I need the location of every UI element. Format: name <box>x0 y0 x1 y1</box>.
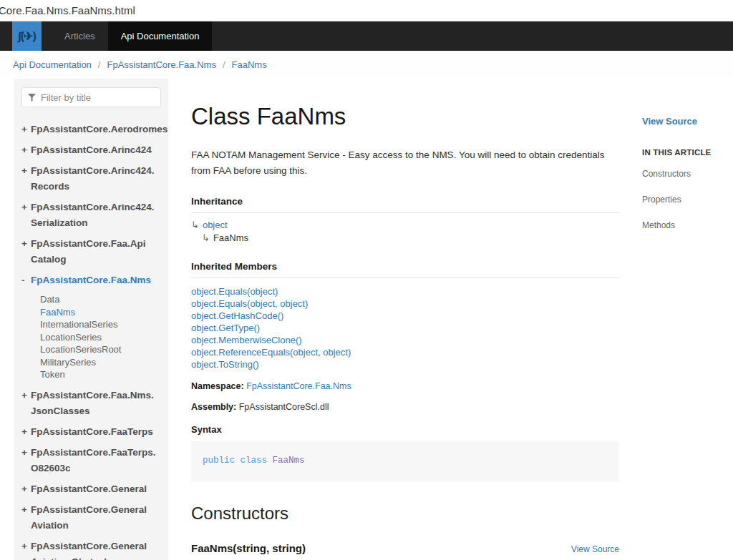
breadcrumb-link[interactable]: FaaNms <box>232 59 267 70</box>
in-this-article-links: ConstructorsPropertiesMethods <box>642 166 733 233</box>
page-layout: +FpAssistantCore.Aerodromes+FpAssistantC… <box>0 79 733 560</box>
nav-item-articles[interactable]: Articles <box>52 21 108 51</box>
inherited-member-link[interactable]: object.ToString() <box>191 358 619 370</box>
tree-child-item[interactable]: LocationSeriesRoot <box>40 343 161 356</box>
funnel-icon <box>28 94 36 102</box>
tree-item[interactable]: +FpAssistantCore.FaaTerps. O82603c <box>21 445 161 476</box>
tree-child-item[interactable]: LocationSeries <box>40 331 161 344</box>
view-source-link[interactable]: View Source <box>642 116 733 127</box>
code-token: FaaNms <box>273 456 305 466</box>
in-this-article-heading: IN THIS ARTICLE <box>642 148 733 157</box>
tree-item[interactable]: +FpAssistantCore.General Aviation.Obstac… <box>21 539 161 560</box>
window-title: Core.Faa.Nms.FaaNms.html <box>0 4 135 16</box>
namespace-line: Namespace: FpAssistantCore.Faa.Nms <box>191 381 619 391</box>
tree-item[interactable]: -FpAssistantCore.Faa.Nms <box>21 272 161 288</box>
filter-input[interactable] <box>41 92 155 103</box>
affix-rail: View Source IN THIS ARTICLE Constructors… <box>642 79 733 560</box>
inheritance-current-class: FaaNms <box>213 232 248 243</box>
tree-item[interactable]: +FpAssistantCore.Aerodromes <box>21 122 161 137</box>
tree-toggle-icon[interactable]: + <box>21 388 31 419</box>
tree-item-label: FpAssistantCore.Arinc424 <box>31 142 161 158</box>
sidebar: +FpAssistantCore.Aerodromes+FpAssistantC… <box>14 79 168 560</box>
assembly-label: Assembly: <box>191 402 236 412</box>
breadcrumb-link[interactable]: FpAssistantCore.Faa.Nms <box>107 59 215 70</box>
tree-toggle-icon[interactable]: + <box>21 502 31 534</box>
filter-box <box>21 87 161 107</box>
namespace-label: Namespace: <box>191 381 244 391</box>
breadcrumb-separator: / <box>98 59 101 70</box>
tree-item-label: FpAssistantCore.Faa.Nms. JsonClasses <box>31 388 161 419</box>
class-description: FAA NOTAM Management Service - Easy acce… <box>191 147 619 178</box>
tree-child-item[interactable]: Data <box>40 293 161 306</box>
tree-item-label: FpAssistantCore.Faa.Api Catalog <box>31 236 161 267</box>
tree-toggle-icon[interactable]: + <box>21 122 31 137</box>
tree-item[interactable]: +FpAssistantCore.FaaTerps <box>21 424 161 440</box>
tree-toggle-icon[interactable]: + <box>21 481 31 497</box>
tree-item-label: FpAssistantCore.FaaTerps <box>31 424 161 440</box>
tree-item-label: FpAssistantCore.Aerodromes <box>31 122 168 137</box>
tree-item[interactable]: +FpAssistantCore.Faa.Nms. JsonClasses <box>21 388 161 419</box>
breadcrumb-link[interactable]: Api Documentation <box>13 59 92 70</box>
inheritance-arrow-icon: ↳ <box>202 232 210 243</box>
inherited-member-link[interactable]: object.Equals(object, object) <box>191 298 619 310</box>
breadcrumb-separator: / <box>223 59 225 70</box>
tree-item-label: FpAssistantCore.FaaTerps. O82603c <box>31 445 161 476</box>
inherited-member-link[interactable]: object.MemberwiseClone() <box>191 334 619 346</box>
syntax-heading: Syntax <box>191 424 619 435</box>
inheritance-heading: Inheritance <box>191 196 619 213</box>
tree-toggle-icon[interactable]: + <box>21 163 31 195</box>
inherited-members-list: object.Equals(object)object.Equals(objec… <box>191 285 619 370</box>
affix-link-methods[interactable]: Methods <box>642 217 733 234</box>
tree-toggle-icon[interactable]: - <box>21 272 31 288</box>
navbar-items: ArticlesApi Documentation <box>52 21 212 51</box>
tree-child-item[interactable]: MilitarySeries <box>40 356 161 369</box>
inherited-member-link[interactable]: object.Equals(object) <box>191 285 619 298</box>
page-title: Class FaaNms <box>191 103 619 130</box>
constructors-heading: Constructors <box>191 503 619 524</box>
tree-item[interactable]: +FpAssistantCore.Arinc424 <box>21 142 161 158</box>
inherited-member-link[interactable]: object.GetHashCode() <box>191 310 619 322</box>
inheritance-current-line: ↳FaaNms <box>202 232 619 243</box>
assembly-line: Assembly: FpAssistantCoreScl.dll <box>191 402 619 412</box>
inherited-members-heading: Inherited Members <box>191 261 619 278</box>
constructor-header-row: FaaNms(string, string) View Source <box>191 542 619 554</box>
tree-toggle-icon[interactable]: + <box>21 142 31 158</box>
affix-link-constructors[interactable]: Constructors <box>642 166 733 182</box>
tree-toggle-icon[interactable]: + <box>21 539 31 560</box>
inheritance-base-link[interactable]: object <box>203 220 228 230</box>
inherited-member-link[interactable]: object.ReferenceEquals(object, object) <box>191 346 619 358</box>
tree-item-label: FpAssistantCore.General <box>31 481 161 497</box>
tree-child-item[interactable]: InternationalSeries <box>40 318 161 331</box>
tree-item-label: FpAssistantCore.Faa.Nms <box>31 272 161 288</box>
tree-item[interactable]: +FpAssistantCore.Faa.Api Catalog <box>21 236 161 267</box>
inherited-member-link[interactable]: object.GetType() <box>191 322 619 334</box>
assembly-value: FpAssistantCoreScl.dll <box>239 402 329 412</box>
syntax-code-block: public class FaaNms <box>191 441 619 482</box>
affix-link-properties[interactable]: Properties <box>642 192 733 208</box>
tree-toggle-icon[interactable]: + <box>21 424 31 440</box>
tree-toggle-icon[interactable]: + <box>21 236 31 267</box>
article-main: Class FaaNms FAA NOTAM Management Servic… <box>191 79 619 560</box>
window-title-bar: Core.Faa.Nms.FaaNms.html <box>0 0 733 21</box>
tree-child-item[interactable]: FaaNms <box>40 306 161 319</box>
constructor-signature: FaaNms(string, string) <box>191 542 306 554</box>
constructor-view-source-link[interactable]: View Source <box>571 544 619 554</box>
tree-item-label: FpAssistantCore.General Aviation.Obstacl… <box>31 539 161 560</box>
tree-toggle-icon[interactable]: + <box>21 200 31 231</box>
code-token: public class <box>203 456 273 466</box>
tree-item[interactable]: +FpAssistantCore.Arinc424. Records <box>21 163 161 195</box>
navbar: ∫(✈) ArticlesApi Documentation <box>0 21 733 51</box>
inheritance-arrow-icon: ↳ <box>191 220 199 230</box>
namespace-link[interactable]: FpAssistantCore.Faa.Nms <box>246 381 351 391</box>
tree-item[interactable]: +FpAssistantCore.Arinc424. Serialization <box>21 200 161 231</box>
brand-logo-icon[interactable]: ∫(✈) <box>12 21 42 51</box>
tree-toggle-icon[interactable]: + <box>21 445 31 476</box>
inheritance-base-line: ↳object <box>191 220 619 230</box>
tree-item[interactable]: +FpAssistantCore.General <box>21 481 161 497</box>
tree-item[interactable]: +FpAssistantCore.General Aviation <box>21 502 161 534</box>
nav-item-api-documentation[interactable]: Api Documentation <box>108 21 213 51</box>
tree-children: DataFaaNmsInternationalSeriesLocationSer… <box>40 293 161 381</box>
tree-child-item[interactable]: Token <box>40 368 161 381</box>
tree-item-label: FpAssistantCore.Arinc424. Records <box>31 163 161 195</box>
tree-item-label: FpAssistantCore.Arinc424. Serialization <box>31 200 161 231</box>
